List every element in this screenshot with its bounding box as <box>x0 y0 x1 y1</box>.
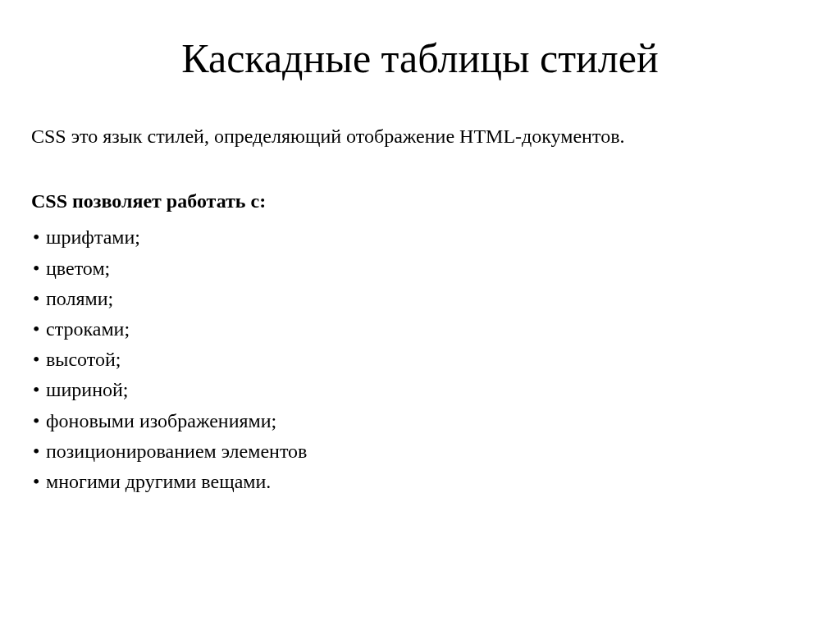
list-item: строками; <box>31 314 809 345</box>
list-item: шириной; <box>31 375 809 405</box>
bullet-list: шрифтами; цветом; полями; строками; высо… <box>31 222 809 497</box>
slide-title: Каскадные таблицы стилей <box>31 36 809 81</box>
sub-heading: CSS позволяет работать с: <box>31 189 809 214</box>
list-item: полями; <box>31 284 809 314</box>
list-item: фоновыми изображениями; <box>31 406 809 436</box>
slide: Каскадные таблицы стилей CSS это язык ст… <box>0 0 840 630</box>
list-item: позиционированием элементов <box>31 436 809 467</box>
list-item: высотой; <box>31 345 809 375</box>
list-item: цветом; <box>31 253 809 284</box>
list-item: шрифтами; <box>31 222 809 253</box>
list-item: многими другими вещами. <box>31 467 809 497</box>
intro-paragraph: CSS это язык стилей, определяющий отобра… <box>31 124 809 149</box>
